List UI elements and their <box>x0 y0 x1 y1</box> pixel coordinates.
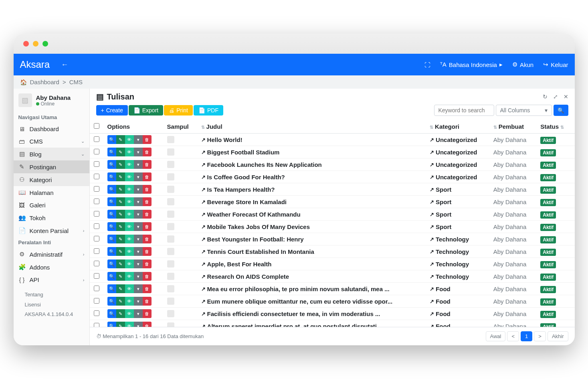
judul-link[interactable]: ↗Hello World! <box>201 136 422 143</box>
edit-icon[interactable]: ✎ <box>116 160 125 169</box>
delete-icon[interactable]: 🗑 <box>143 172 152 181</box>
page-next[interactable]: > <box>534 331 546 341</box>
more-icon[interactable]: ▾ <box>134 297 143 306</box>
sidebar-item-kategori[interactable]: ⚇Kategori <box>14 173 89 186</box>
kategori-link[interactable]: ↗Sport <box>430 223 485 230</box>
eye-icon[interactable]: 👁 <box>125 172 134 181</box>
view-icon[interactable]: 🔍 <box>107 135 116 144</box>
print-button[interactable]: 🖨Print <box>164 105 193 116</box>
more-icon[interactable]: ▾ <box>134 222 143 231</box>
more-icon[interactable]: ▾ <box>134 272 143 281</box>
judul-link[interactable]: ↗Eum munere oblique omittantur ne, cum e… <box>201 298 422 305</box>
judul-link[interactable]: ↗Alterum saperet imperdiet pro at, at qu… <box>201 323 422 327</box>
close-icon[interactable]: ✕ <box>564 93 568 100</box>
view-icon[interactable]: 🔍 <box>107 284 116 293</box>
minimize-window-icon[interactable] <box>33 41 38 47</box>
edit-icon[interactable]: ✎ <box>116 197 125 206</box>
col-kategori[interactable]: ⇅Kategori <box>426 120 489 134</box>
delete-icon[interactable]: 🗑 <box>143 210 152 219</box>
eye-icon[interactable]: 👁 <box>125 197 134 206</box>
edit-icon[interactable]: ✎ <box>116 148 125 156</box>
judul-link[interactable]: ↗Is Coffee Good For Health? <box>201 174 422 180</box>
edit-icon[interactable]: ✎ <box>116 272 125 281</box>
judul-link[interactable]: ↗Facebook Launches Its New Application <box>201 161 422 168</box>
kategori-link[interactable]: ↗Food <box>430 298 485 305</box>
view-icon[interactable]: 🔍 <box>107 185 116 194</box>
license-link[interactable]: Lisensi <box>25 300 78 310</box>
view-icon[interactable]: 🔍 <box>107 148 116 156</box>
brand-logo[interactable]: Aksara <box>20 59 50 70</box>
kategori-link[interactable]: ↗Technology <box>430 248 485 255</box>
eye-icon[interactable]: 👁 <box>125 259 134 268</box>
view-icon[interactable]: 🔍 <box>107 160 116 169</box>
page-first[interactable]: Awal <box>486 331 506 341</box>
delete-icon[interactable]: 🗑 <box>143 135 152 144</box>
judul-link[interactable]: ↗Tennis Court Established In Montania <box>201 248 422 255</box>
kategori-link[interactable]: ↗Food <box>430 310 485 317</box>
view-icon[interactable]: 🔍 <box>107 309 116 318</box>
edit-icon[interactable]: ✎ <box>116 172 125 181</box>
edit-icon[interactable]: ✎ <box>116 284 125 293</box>
row-checkbox[interactable] <box>94 261 99 266</box>
account-menu[interactable]: ⚙ Akun <box>512 61 533 68</box>
fullscreen-toggle-icon[interactable]: ⛶ <box>424 61 430 68</box>
kategori-link[interactable]: ↗Uncategorized <box>430 136 485 143</box>
eye-icon[interactable]: 👁 <box>125 247 134 256</box>
row-checkbox[interactable] <box>94 286 99 291</box>
delete-icon[interactable]: 🗑 <box>143 235 152 243</box>
view-icon[interactable]: 🔍 <box>107 247 116 256</box>
view-icon[interactable]: 🔍 <box>107 222 116 231</box>
view-icon[interactable]: 🔍 <box>107 235 116 243</box>
edit-icon[interactable]: ✎ <box>116 247 125 256</box>
sidebar-item-api[interactable]: { }API› <box>14 274 89 286</box>
edit-icon[interactable]: ✎ <box>116 185 125 194</box>
edit-icon[interactable]: ✎ <box>116 297 125 306</box>
eye-icon[interactable]: 👁 <box>125 322 134 327</box>
more-icon[interactable]: ▾ <box>134 322 143 327</box>
judul-link[interactable]: ↗Research On AIDS Complete <box>201 273 422 280</box>
edit-icon[interactable]: ✎ <box>116 235 125 243</box>
view-icon[interactable]: 🔍 <box>107 197 116 206</box>
about-link[interactable]: Tentang <box>25 290 78 300</box>
breadcrumb-home[interactable]: Dashboard <box>30 79 59 85</box>
judul-link[interactable]: ↗Mea eu error philosophia, te pro minim … <box>201 286 422 292</box>
delete-icon[interactable]: 🗑 <box>143 284 152 293</box>
row-checkbox[interactable] <box>94 174 99 179</box>
delete-icon[interactable]: 🗑 <box>143 197 152 206</box>
eye-icon[interactable]: 👁 <box>125 210 134 219</box>
row-checkbox[interactable] <box>94 223 99 229</box>
judul-link[interactable]: ↗Best Youngster In Football: Henry <box>201 236 422 243</box>
kategori-link[interactable]: ↗Sport <box>430 199 485 205</box>
judul-link[interactable]: ↗Facilisis efficiendi consectetuer te me… <box>201 310 422 317</box>
export-button[interactable]: 📄Export <box>129 105 163 116</box>
more-icon[interactable]: ▾ <box>134 210 143 219</box>
delete-icon[interactable]: 🗑 <box>143 148 152 156</box>
sidebar-item-dashboard[interactable]: 🖥Dashboard <box>14 123 89 135</box>
page-current[interactable]: 1 <box>521 331 532 341</box>
edit-icon[interactable]: ✎ <box>116 210 125 219</box>
col-judul[interactable]: ⇅Judul <box>197 120 426 134</box>
kategori-link[interactable]: ↗Uncategorized <box>430 149 485 156</box>
eye-icon[interactable]: 👁 <box>125 297 134 306</box>
view-icon[interactable]: 🔍 <box>107 172 116 181</box>
row-checkbox[interactable] <box>94 186 99 192</box>
kategori-link[interactable]: ↗Food <box>430 286 485 292</box>
eye-icon[interactable]: 👁 <box>125 185 134 194</box>
row-checkbox[interactable] <box>94 136 99 142</box>
judul-link[interactable]: ↗Weather Forecast Of Kathmandu <box>201 211 422 218</box>
more-icon[interactable]: ▾ <box>134 148 143 156</box>
delete-icon[interactable]: 🗑 <box>143 185 152 194</box>
page-last[interactable]: Akhir <box>548 331 568 341</box>
kategori-link[interactable]: ↗Food <box>430 323 485 327</box>
judul-link[interactable]: ↗Mobile Takes Jobs Of Many Devices <box>201 223 422 230</box>
kategori-link[interactable]: ↗Technology <box>430 261 485 268</box>
view-icon[interactable]: 🔍 <box>107 272 116 281</box>
kategori-link[interactable]: ↗Technology <box>430 236 485 243</box>
edit-icon[interactable]: ✎ <box>116 322 125 327</box>
col-status[interactable]: Status ⇅ <box>536 120 574 134</box>
sidebar-item-admin[interactable]: ⚙Administratif› <box>14 248 89 261</box>
delete-icon[interactable]: 🗑 <box>143 259 152 268</box>
expand-icon[interactable]: ⤢ <box>553 93 558 100</box>
logout-button[interactable]: ↪ Keluar <box>543 61 568 68</box>
column-select[interactable]: All Columns▾ <box>496 105 552 116</box>
